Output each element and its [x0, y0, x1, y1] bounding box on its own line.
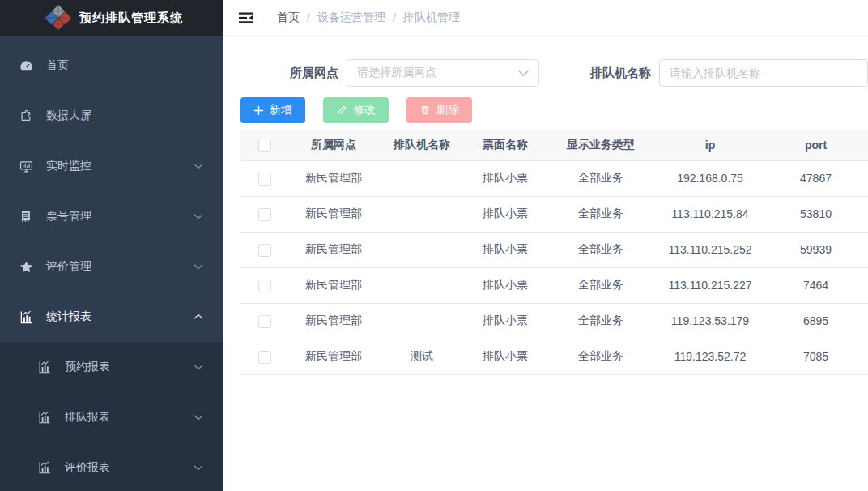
- chevron-down-icon: [194, 414, 203, 421]
- cell-ip: 113.110.215.252: [657, 232, 764, 267]
- cell-machine-name: 测试: [378, 339, 466, 374]
- cell-ip: 192.168.0.75: [657, 160, 764, 196]
- cell-ip: 119.123.53.179: [657, 303, 764, 339]
- cell-business-type: 全部业务: [545, 160, 657, 196]
- row-checkbox[interactable]: [258, 244, 271, 257]
- chevron-down-icon: [194, 213, 203, 220]
- sidebar-subitem-queue-report[interactable]: 排队报表: [0, 392, 223, 442]
- column-header-business-type: 显示业务类型: [545, 130, 657, 160]
- puzzle-icon: [18, 108, 34, 124]
- table-row: 新民管理部 排队小票 全部业务 113.110.215.84 53810: [240, 196, 868, 232]
- site-select[interactable]: 请选择所属网点: [347, 59, 539, 87]
- bar-chart-icon: [36, 409, 53, 425]
- chevron-up-icon: [194, 314, 203, 320]
- sidebar-item-statistics-reports[interactable]: 统计报表: [0, 292, 223, 342]
- sidebar-item-data-screen[interactable]: 数据大屏: [0, 91, 223, 141]
- cell-site: 新民管理部: [289, 196, 378, 232]
- sidebar-item-home[interactable]: 首页: [0, 41, 223, 91]
- app-logo-icon: [44, 3, 73, 32]
- machine-name-input[interactable]: [659, 59, 868, 87]
- cell-site: 新民管理部: [289, 160, 378, 196]
- cell-machine-name: [378, 303, 466, 339]
- breadcrumb-device-operation[interactable]: 设备运营管理: [317, 11, 385, 25]
- chevron-down-icon: [194, 263, 203, 270]
- cell-site: 新民管理部: [289, 232, 378, 267]
- cell-business-type: 全部业务: [545, 303, 657, 339]
- chevron-down-icon: [194, 464, 203, 471]
- row-checkbox[interactable]: [258, 280, 271, 292]
- cell-port: 7464: [764, 267, 868, 303]
- column-header-machine-name: 排队机名称: [378, 130, 466, 160]
- row-checkbox[interactable]: [258, 315, 271, 328]
- sidebar-item-label: 实时监控: [46, 159, 91, 173]
- sidebar-item-label: 票号管理: [46, 209, 91, 224]
- cell-port: 53810: [764, 196, 868, 232]
- cell-ticket-name: 排队小票: [466, 232, 545, 267]
- sidebar-menu: 首页 数据大屏 实时监控: [0, 36, 223, 491]
- cell-port: 59939: [764, 232, 868, 267]
- table-row: 新民管理部 排队小票 全部业务 113.110.215.252 59939: [240, 232, 868, 267]
- add-button[interactable]: 新增: [240, 97, 305, 123]
- sidebar-item-label: 预约报表: [65, 360, 110, 374]
- add-button-label: 新增: [270, 103, 292, 117]
- table-row: 新民管理部 排队小票 全部业务 119.123.53.179 6895: [240, 303, 868, 339]
- edit-pencil-icon: [336, 105, 347, 116]
- monitor-icon: [18, 158, 34, 174]
- column-header-site: 所属网点: [289, 130, 378, 160]
- sidebar-item-realtime-monitor[interactable]: 实时监控: [0, 141, 223, 191]
- trash-icon: [419, 105, 431, 116]
- select-all-checkbox[interactable]: [258, 139, 271, 152]
- sidebar-item-label: 首页: [46, 58, 69, 73]
- bar-chart-icon: [36, 359, 53, 375]
- breadcrumb-separator: /: [307, 11, 310, 24]
- sidebar-item-ticket-management[interactable]: 票号管理: [0, 191, 223, 241]
- delete-button-label: 删除: [436, 103, 459, 117]
- cell-machine-name: [378, 232, 466, 267]
- toolbar: 新增 修改 删除: [240, 97, 868, 123]
- breadcrumb-separator: /: [393, 11, 396, 24]
- column-header-port: port: [764, 130, 868, 160]
- cell-ticket-name: 排队小票: [466, 196, 545, 232]
- statistics-submenu: 预约报表 排队报表: [0, 342, 223, 491]
- site-filter-label: 所属网点: [290, 66, 338, 81]
- cell-port: 7085: [764, 339, 868, 374]
- row-checkbox[interactable]: [258, 208, 271, 221]
- sidebar-item-label: 评价管理: [46, 259, 91, 274]
- breadcrumb: 首页 / 设备运营管理 / 排队机管理: [277, 11, 460, 25]
- bar-chart-icon: [18, 309, 34, 325]
- table-row: 新民管理部 测试 排队小票 全部业务 119.123.52.72 7085: [240, 339, 868, 374]
- cell-port: 6895: [764, 303, 868, 339]
- sidebar-item-evaluation-management[interactable]: 评价管理: [0, 241, 223, 292]
- breadcrumb-current-page: 排队机管理: [403, 11, 460, 25]
- star-icon: [18, 258, 34, 275]
- sidebar-collapse-icon[interactable]: [237, 9, 255, 27]
- cell-site: 新民管理部: [289, 339, 378, 374]
- cell-machine-name: [378, 267, 466, 303]
- sidebar-item-label: 统计报表: [46, 310, 91, 324]
- cell-port: 47867: [764, 160, 868, 196]
- delete-button[interactable]: 删除: [406, 97, 472, 123]
- topbar: 首页 / 设备运营管理 / 排队机管理: [223, 0, 868, 36]
- cell-ticket-name: 排队小票: [466, 339, 545, 374]
- dashboard-icon: [18, 58, 34, 74]
- cell-ip: 113.110.215.84: [657, 196, 764, 232]
- plus-icon: [253, 105, 264, 116]
- sidebar-subitem-evaluation-report[interactable]: 评价报表: [0, 442, 223, 491]
- breadcrumb-home[interactable]: 首页: [277, 11, 300, 25]
- sidebar-item-label: 数据大屏: [46, 109, 91, 123]
- cell-business-type: 全部业务: [545, 267, 657, 303]
- row-checkbox[interactable]: [258, 173, 271, 186]
- chevron-down-icon: [518, 70, 529, 77]
- sidebar-subitem-appointment-report[interactable]: 预约报表: [0, 342, 223, 392]
- sidebar: 预约排队管理系统 首页 数据大屏: [0, 0, 223, 491]
- machine-name-filter-label: 排队机名称: [590, 66, 651, 81]
- table-row: 新民管理部 排队小票 全部业务 113.110.215.227 7464: [240, 267, 868, 303]
- column-header-ticket-name: 票面名称: [466, 130, 545, 160]
- cell-ip: 113.110.215.227: [657, 267, 764, 303]
- filter-row: 所属网点 请选择所属网点 排队机名称: [240, 59, 868, 87]
- edit-button[interactable]: 修改: [323, 97, 389, 123]
- page-content: 所属网点 请选择所属网点 排队机名称 新增 修改: [223, 36, 868, 375]
- row-checkbox[interactable]: [258, 351, 271, 364]
- cell-business-type: 全部业务: [545, 339, 657, 374]
- sidebar-item-label: 排队报表: [65, 410, 110, 425]
